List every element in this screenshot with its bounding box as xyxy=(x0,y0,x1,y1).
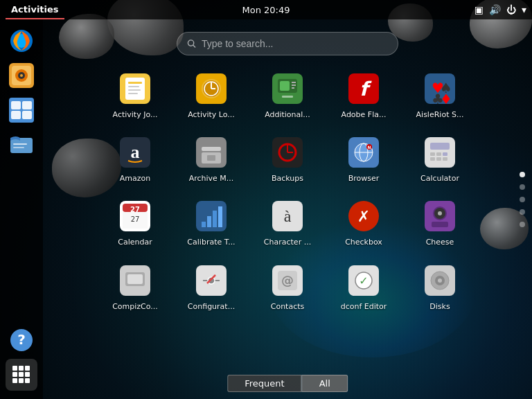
app-item-amazon[interactable]: aAmazon xyxy=(100,130,170,187)
browser-icon: N xyxy=(346,134,382,170)
app-item-calendar[interactable]: 2727Calendar xyxy=(100,194,170,251)
svg-text:N: N xyxy=(367,145,371,150)
app-label-calendar: Calendar xyxy=(118,238,152,247)
calendar-icon: 2727 xyxy=(117,198,153,234)
search-bar xyxy=(177,32,398,55)
app-label-contacts: Contacts xyxy=(271,302,305,311)
page-dot-1[interactable] xyxy=(520,172,525,177)
app-item-character[interactable]: àCharacter ... xyxy=(253,194,322,251)
app-label-disks: Disks xyxy=(429,302,450,311)
power-icon[interactable]: ⏻ xyxy=(506,4,516,15)
firefox-icon xyxy=(9,28,34,53)
app-item-disks[interactable]: Disks xyxy=(405,258,475,315)
app-label-cheese: Cheese xyxy=(426,238,454,247)
app-label-aisle-riot: AisleRiot S... xyxy=(416,110,464,119)
svg-rect-13 xyxy=(13,143,27,145)
volume-icon[interactable]: 🔊 xyxy=(489,4,501,15)
app-item-contacts[interactable]: @Contacts xyxy=(253,258,322,315)
svg-rect-75 xyxy=(443,152,447,156)
app-label-amazon: Amazon xyxy=(120,174,150,183)
svg-rect-74 xyxy=(436,152,441,156)
sidebar-item-firefox[interactable] xyxy=(6,25,37,57)
svg-rect-45 xyxy=(292,87,294,89)
svg-rect-88 xyxy=(218,206,222,227)
disks-icon xyxy=(422,263,458,299)
contacts-icon: @ xyxy=(269,263,305,299)
app-item-backups[interactable]: Backups xyxy=(253,130,322,187)
sidebar-item-files[interactable] xyxy=(6,129,37,161)
svg-text:?: ? xyxy=(17,331,26,348)
display-icon[interactable]: ▣ xyxy=(475,4,484,15)
page-dot-2[interactable] xyxy=(520,184,525,190)
svg-rect-9 xyxy=(22,101,32,109)
app-item-configuration[interactable]: Configurat... xyxy=(177,258,246,315)
app-label-calibrate: Calibrate T... xyxy=(187,238,235,247)
svg-rect-33 xyxy=(128,93,138,94)
bottom-tabs: Frequent All xyxy=(227,375,348,392)
checkbox-icon: ✗ xyxy=(346,198,382,234)
app-label-configuration: Configurat... xyxy=(188,302,235,311)
app-label-activity-journal: Activity Jo... xyxy=(113,110,158,119)
svg-rect-86 xyxy=(207,216,211,227)
app-item-browser[interactable]: NBrowser xyxy=(329,130,398,187)
app-item-compiz[interactable]: CompizCo... xyxy=(100,258,170,315)
activity-journal-icon xyxy=(117,71,153,107)
topbar: Activities Mon 20:49 ▣ 🔊 ⏻ ▾ xyxy=(0,0,532,19)
sidebar-item-rhythmbox[interactable] xyxy=(6,60,37,91)
app-label-activity-log: Activity Lo... xyxy=(188,110,235,119)
app-item-activity-journal[interactable]: Activity Jo... xyxy=(100,66,170,123)
activity-log-icon xyxy=(193,71,229,107)
app-label-dconf: dconf Editor xyxy=(341,302,387,311)
app-label-archive: Archive M... xyxy=(189,174,234,183)
svg-rect-25 xyxy=(25,378,30,383)
tab-all[interactable]: All xyxy=(302,375,348,392)
svg-rect-73 xyxy=(430,152,435,156)
calculator-icon xyxy=(422,134,458,170)
app-item-dconf[interactable]: ✓dconf Editor xyxy=(329,258,398,315)
cheese-icon xyxy=(422,198,458,234)
svg-rect-85 xyxy=(202,222,206,227)
app-item-checkbox[interactable]: ✗Checkbox xyxy=(329,194,398,251)
svg-point-114 xyxy=(438,278,442,283)
svg-text:@: @ xyxy=(281,273,294,287)
activities-button[interactable]: Activities xyxy=(6,0,64,19)
additional-icon xyxy=(269,71,305,107)
clock: Mon 20:49 xyxy=(242,5,290,15)
sidebar-item-photos[interactable] xyxy=(6,94,37,126)
svg-text:✓: ✓ xyxy=(359,274,368,287)
amazon-icon: a xyxy=(117,134,153,170)
app-label-calculator: Calculator xyxy=(420,174,459,183)
svg-rect-14 xyxy=(13,147,24,148)
svg-rect-12 xyxy=(10,138,33,153)
backups-icon xyxy=(269,134,305,170)
svg-rect-23 xyxy=(12,378,17,383)
tab-frequent[interactable]: Frequent xyxy=(227,375,301,392)
sidebar-item-help[interactable]: ? xyxy=(6,324,37,356)
dropdown-icon[interactable]: ▾ xyxy=(522,4,526,15)
app-item-additional[interactable]: Additional... xyxy=(253,66,322,123)
svg-text:♦: ♦ xyxy=(440,91,452,104)
svg-rect-87 xyxy=(213,211,217,227)
search-input[interactable] xyxy=(202,38,388,49)
app-label-backups: Backups xyxy=(272,174,303,183)
app-item-adobe-flash[interactable]: fAdobe Fla... xyxy=(329,66,398,123)
help-icon: ? xyxy=(9,328,34,353)
svg-text:27: 27 xyxy=(131,215,140,223)
page-dot-3[interactable] xyxy=(520,197,525,202)
app-item-activity-log[interactable]: Activity Lo... xyxy=(177,66,246,123)
svg-rect-57 xyxy=(202,147,221,151)
svg-rect-29 xyxy=(125,78,145,100)
svg-rect-76 xyxy=(430,157,435,161)
svg-rect-31 xyxy=(128,86,139,87)
app-item-calculator[interactable]: Calculator xyxy=(405,130,475,187)
sidebar-item-app-grid[interactable] xyxy=(6,359,37,391)
app-item-aisle-riot[interactable]: ♥♠♣♦AisleRiot S... xyxy=(405,66,475,123)
page-indicators xyxy=(520,172,525,227)
page-dot-5[interactable] xyxy=(520,222,525,227)
app-item-archive[interactable]: Archive M... xyxy=(177,130,246,187)
app-item-calibrate[interactable]: Calibrate T... xyxy=(177,194,246,251)
aisle-riot-icon: ♥♠♣♦ xyxy=(422,71,458,107)
app-item-cheese[interactable]: Cheese xyxy=(405,194,475,251)
svg-rect-20 xyxy=(12,372,17,377)
page-dot-4[interactable] xyxy=(520,209,525,215)
